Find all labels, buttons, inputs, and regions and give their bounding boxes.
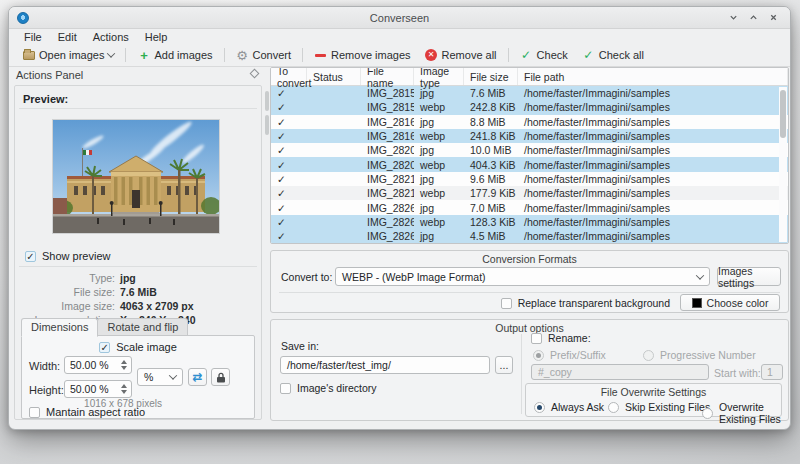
actions-panel: Actions Panel Preview: — [12, 67, 264, 422]
menu-file[interactable]: File — [17, 31, 49, 43]
width-value: 50.00 % — [65, 359, 117, 371]
skip-existing-radio[interactable]: Skip Existing Files — [608, 401, 710, 413]
header-status[interactable]: Status — [307, 68, 361, 85]
start-with-spinner[interactable]: 1 — [761, 364, 783, 380]
row-checkbox[interactable]: ✓ — [271, 130, 307, 142]
convert-button[interactable]: ⚙ Convert — [229, 47, 299, 64]
row-image-type: webp — [414, 130, 464, 142]
file-overwrite-title: File Overwrite Settings — [526, 386, 781, 398]
row-file-name: IMG_2826-M... — [361, 230, 414, 242]
choose-color-button[interactable]: Choose color — [680, 294, 780, 311]
table-row[interactable]: ✓ IMG_2820_co... webp 404.3 KiB /home/fa… — [271, 157, 788, 171]
files-table: To convert Status File name Image type F… — [270, 67, 789, 244]
check-all-button[interactable]: ✓ Check all — [575, 47, 651, 64]
rename-pattern-field[interactable]: #_copy — [531, 364, 709, 380]
table-row[interactable]: ✓ IMG_2816.jpg jpg 8.8 MiB /home/faster/… — [271, 115, 788, 129]
width-spinner[interactable]: 50.00 % — [64, 356, 132, 374]
row-checkbox[interactable]: ✓ — [271, 230, 307, 242]
radio-selected-icon — [534, 402, 545, 413]
row-checkbox[interactable]: ✓ — [271, 87, 307, 99]
row-checkbox[interactable]: ✓ — [271, 101, 307, 113]
header-to-convert[interactable]: To convert — [271, 68, 307, 85]
header-file-path[interactable]: File path — [518, 68, 788, 85]
maintain-aspect-label: Mantain aspect ratio — [46, 406, 145, 418]
browse-button[interactable]: ... — [495, 356, 513, 374]
row-checkbox[interactable]: ✓ — [271, 159, 307, 171]
progressive-number-radio[interactable]: Progressive Number — [643, 349, 756, 361]
menu-help[interactable]: Help — [138, 31, 175, 43]
add-images-label: Add images — [154, 49, 212, 61]
rename-placeholder-text: #_copy — [538, 366, 572, 378]
table-row[interactable]: ✓ IMG_2821.jpg jpg 9.6 MiB /home/faster/… — [271, 172, 788, 186]
radio-selected-icon — [533, 350, 544, 361]
table-row[interactable]: ✓ IMG_2826-M... jpg 4.5 MiB /home/faster… — [271, 229, 788, 243]
scale-image-checkbox[interactable]: ✓ Scale image — [99, 341, 177, 353]
tab-dimensions[interactable]: Dimensions — [21, 318, 98, 337]
minimize-icon[interactable] — [726, 11, 740, 25]
check-button[interactable]: ✓ Check — [513, 47, 575, 64]
table-scrollbar[interactable] — [779, 87, 787, 242]
save-path-field[interactable]: /home/faster/test_img/ — [280, 356, 490, 374]
spinner-arrows-icon[interactable] — [117, 360, 131, 370]
lock-ratio-button[interactable] — [211, 368, 230, 386]
preview-label: Preview: — [23, 93, 68, 105]
spinner-arrows-icon[interactable] — [117, 384, 131, 394]
header-image-type[interactable]: Image type — [414, 68, 464, 85]
table-row[interactable]: ✓ IMG_2821_co... webp 177.9 KiB /home/fa… — [271, 186, 788, 200]
open-images-button[interactable]: Open images — [15, 47, 121, 64]
menu-edit[interactable]: Edit — [51, 31, 84, 43]
swap-dimensions-button[interactable]: ⇄ — [188, 368, 207, 386]
checkbox-checked-icon: ✓ — [25, 251, 36, 262]
row-checkbox[interactable]: ✓ — [271, 216, 307, 228]
row-image-type: webp — [414, 159, 464, 171]
info-type-label: Type: — [15, 272, 120, 284]
maintain-aspect-checkbox[interactable]: Mantain aspect ratio — [29, 406, 145, 418]
titlebar[interactable]: Converseen — [9, 7, 790, 29]
convert-label: Convert — [253, 49, 292, 61]
always-ask-radio[interactable]: Always Ask — [534, 401, 604, 413]
conversion-formats-title: Conversion Formats — [271, 253, 788, 265]
header-file-name[interactable]: File name — [361, 68, 414, 85]
unit-value: % — [138, 371, 170, 383]
remove-all-button[interactable]: ✕ Remove all — [418, 47, 504, 64]
row-checkbox[interactable]: ✓ — [271, 116, 307, 128]
unit-combobox[interactable]: % — [137, 368, 183, 386]
format-combobox[interactable]: WEBP - (WebP Image Format) — [335, 267, 710, 286]
float-panel-icon[interactable] — [250, 69, 260, 79]
panel-splitter-handle[interactable] — [265, 115, 269, 135]
menu-actions[interactable]: Actions — [86, 31, 136, 43]
prefix-suffix-radio[interactable]: Prefix/Suffix — [533, 349, 606, 361]
gear-icon: ⚙ — [236, 49, 249, 62]
rename-checkbox[interactable]: Rename: — [531, 332, 591, 344]
row-checkbox[interactable]: ✓ — [271, 202, 307, 214]
images-directory-checkbox[interactable]: Image's directory — [280, 382, 377, 394]
close-icon[interactable] — [766, 11, 780, 25]
header-file-size[interactable]: File size — [464, 68, 518, 85]
row-checkbox[interactable]: ✓ — [271, 173, 307, 185]
row-image-type: jpg — [414, 116, 464, 128]
images-settings-button[interactable]: Images settings — [717, 267, 781, 286]
overwrite-existing-radio[interactable]: Overwrite Existing Files — [702, 401, 781, 425]
replace-background-checkbox[interactable]: Replace transparent background — [501, 297, 670, 309]
file-overwrite-group: File Overwrite Settings Always Ask Skip … — [525, 383, 782, 417]
row-file-size: 9.6 MiB — [464, 173, 518, 185]
table-row[interactable]: ✓ IMG_2826_co... webp 128.3 KiB /home/fa… — [271, 215, 788, 229]
table-row[interactable]: ✓ IMG_2826.jpg jpg 7.0 MiB /home/faster/… — [271, 200, 788, 214]
row-checkbox[interactable]: ✓ — [271, 187, 307, 199]
check-all-label: Check all — [599, 49, 644, 61]
radio-unselected-icon — [702, 408, 713, 419]
table-row[interactable]: ✓ IMG_2815_co... webp 242.8 KiB /home/fa… — [271, 100, 788, 114]
table-row[interactable]: ✓ IMG_2816_co... webp 241.8 KiB /home/fa… — [271, 129, 788, 143]
scrollbar-thumb[interactable] — [780, 90, 786, 138]
maximize-icon[interactable] — [746, 11, 760, 25]
row-checkbox[interactable]: ✓ — [271, 144, 307, 156]
row-file-size: 404.3 KiB — [464, 159, 518, 171]
panel-splitter-handle[interactable] — [265, 91, 269, 111]
table-row[interactable]: ✓ IMG_2820.jpg jpg 10.0 MiB /home/faster… — [271, 143, 788, 157]
show-preview-checkbox[interactable]: ✓ Show preview — [25, 250, 110, 262]
add-images-button[interactable]: + Add images — [130, 47, 219, 64]
row-image-type: webp — [414, 187, 464, 199]
height-spinner[interactable]: 50.00 % — [64, 380, 132, 398]
remove-images-button[interactable]: Remove images — [307, 47, 417, 64]
table-row[interactable]: ✓ IMG_2815.jpg jpg 7.6 MiB /home/faster/… — [271, 86, 788, 100]
